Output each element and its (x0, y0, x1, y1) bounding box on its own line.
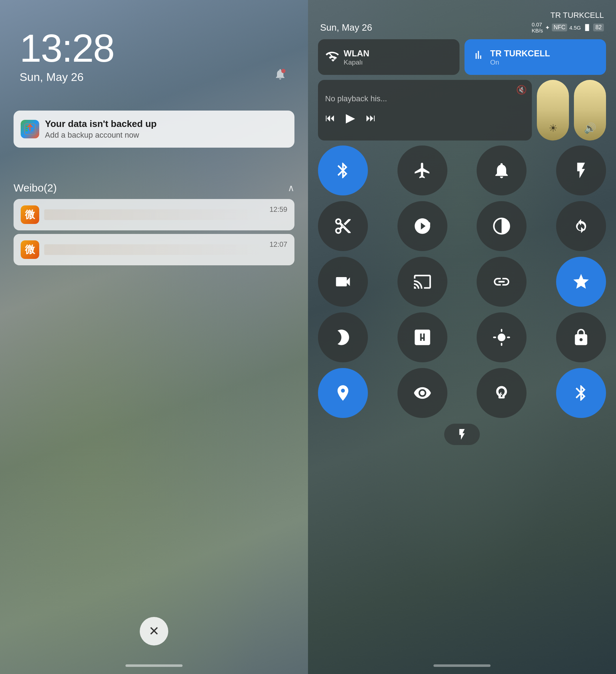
eye-button[interactable] (397, 368, 447, 418)
lightning-button[interactable] (444, 424, 480, 445)
weibo-header: Weibo(2) ∧ (14, 182, 294, 194)
cellular-text: TR TURKCELL On (490, 48, 550, 66)
wlan-toggle[interactable]: WLAN Kapalı (318, 39, 460, 75)
media-no-history-text: No playback his... (325, 94, 525, 103)
home-indicator-right (433, 664, 491, 667)
volume-icon: 🔊 (584, 122, 596, 134)
wlan-title: WLAN (344, 48, 369, 58)
controls-container: WLAN Kapalı TR TURKCELL On 🔇 (314, 34, 610, 445)
close-notifications-button[interactable]: ✕ (140, 617, 168, 645)
brightness-auto-button[interactable]: A (477, 312, 527, 362)
volume-slider[interactable]: 🔊 (574, 80, 606, 141)
media-controls: ⏮ ▶ ⏭ (325, 111, 525, 125)
media-next-icon[interactable]: ⏭ (366, 112, 376, 124)
carrier-name: TR TURKCELL (550, 11, 604, 20)
home-indicator-left (125, 664, 183, 667)
right-panel: TR TURKCELL Sun, May 26 0.07KB/s ✦ NFC 4… (308, 0, 616, 674)
wlan-icon (325, 49, 339, 66)
flashlight-button[interactable] (556, 145, 606, 195)
brightness-slider[interactable]: ☀ (537, 80, 569, 141)
weibo-title: Weibo(2) (14, 182, 57, 194)
svg-rect-4 (426, 222, 430, 225)
status-icons: 0.07KB/s ✦ NFC 4.5G ▐▌ 82 (532, 21, 604, 34)
cellular-title: TR TURKCELL (490, 48, 550, 58)
scissors-button[interactable] (318, 201, 368, 251)
status-bar: TR TURKCELL Sun, May 26 0.07KB/s ✦ NFC 4… (314, 0, 610, 34)
bell-button[interactable] (477, 145, 527, 195)
control-row-3 (318, 257, 606, 307)
bluetooth-status-icon: ✦ (545, 24, 550, 31)
wlan-text: WLAN Kapalı (344, 48, 369, 66)
wireless-charging-button[interactable] (477, 368, 527, 418)
svg-line-3 (329, 52, 335, 59)
media-prev-icon[interactable]: ⏮ (325, 112, 335, 124)
link-button[interactable] (477, 257, 527, 307)
backup-app-icon (21, 120, 39, 138)
nfc-button[interactable] (397, 312, 447, 362)
network-type-icon: 4.5G (569, 25, 581, 31)
lock-rotation-button[interactable] (556, 201, 606, 251)
focus-button[interactable] (556, 257, 606, 307)
control-row-2 (318, 201, 606, 251)
invert-colors-button[interactable] (477, 201, 527, 251)
battery-icon: 82 (593, 24, 604, 31)
video-button[interactable] (318, 257, 368, 307)
backup-text-content: Your data isn't backed up Add a backup a… (45, 118, 156, 140)
media-play-icon[interactable]: ▶ (346, 111, 355, 125)
status-date: Sun, May 26 (320, 22, 372, 33)
weibo-collapse-icon[interactable]: ∧ (288, 183, 294, 194)
nfc-status-icon: NFC (552, 24, 567, 31)
cellular-subtitle: On (490, 58, 550, 66)
weibo-notification-2[interactable]: 微 12:07 (14, 234, 294, 265)
weibo-app-icon-2: 微 (21, 240, 39, 259)
weibo-timestamp-1: 12:59 (270, 205, 287, 214)
bt-device-button[interactable] (556, 368, 606, 418)
brightness-icon: ☀ (549, 122, 558, 134)
bluetooth-button[interactable] (318, 145, 368, 195)
weibo-notification-1[interactable]: 微 12:59 (14, 199, 294, 230)
bottom-lightning-row (318, 424, 606, 445)
airplane-button[interactable] (397, 145, 447, 195)
control-row-5 (318, 368, 606, 418)
moon-button[interactable] (318, 312, 368, 362)
close-icon: ✕ (149, 624, 159, 639)
media-player-tile[interactable]: 🔇 No playback his... ⏮ ▶ ⏭ (318, 80, 532, 141)
data-speed-icon: 0.07KB/s (532, 21, 543, 34)
clock-display: 13:28 (20, 29, 114, 68)
status-row: Sun, May 26 0.07KB/s ✦ NFC 4.5G ▐▌ 82 (320, 21, 604, 34)
left-panel: 13:28 Sun, May 26 Your data isn't backed… (0, 0, 308, 674)
media-speaker-icon: 🔇 (516, 85, 527, 95)
time-section: 13:28 Sun, May 26 (20, 29, 114, 84)
control-row-4: A (318, 312, 606, 362)
battery-level: 82 (595, 24, 602, 31)
media-row: 🔇 No playback his... ⏮ ▶ ⏭ ☀ 🔊 (318, 80, 606, 141)
location-button[interactable] (318, 368, 368, 418)
date-display: Sun, May 26 (20, 71, 114, 84)
weibo-app-icon-1: 微 (21, 205, 39, 224)
cellular-toggle[interactable]: TR TURKCELL On (464, 39, 606, 75)
weibo-section: Weibo(2) ∧ 微 12:59 微 12:07 (14, 182, 294, 269)
backup-subtitle: Add a backup account now (45, 131, 156, 140)
control-row-1 (318, 145, 606, 195)
wlan-subtitle: Kapalı (344, 58, 369, 66)
backup-title: Your data isn't backed up (45, 118, 156, 129)
screen-record-button[interactable] (397, 201, 447, 251)
slider-column: ☀ 🔊 (537, 80, 606, 141)
notification-bell-icon[interactable] (274, 68, 287, 83)
backup-notification[interactable]: Your data isn't backed up Add a backup a… (14, 111, 294, 148)
lock-button[interactable] (556, 312, 606, 362)
svg-point-0 (281, 69, 286, 73)
cellular-icon (472, 49, 485, 66)
quick-toggles-row: WLAN Kapalı TR TURKCELL On (318, 39, 606, 75)
weibo-timestamp-2: 12:07 (270, 240, 287, 249)
signal-strength-icon: ▐▌ (583, 24, 591, 31)
cast-button[interactable] (397, 257, 447, 307)
svg-text:A: A (499, 335, 503, 340)
